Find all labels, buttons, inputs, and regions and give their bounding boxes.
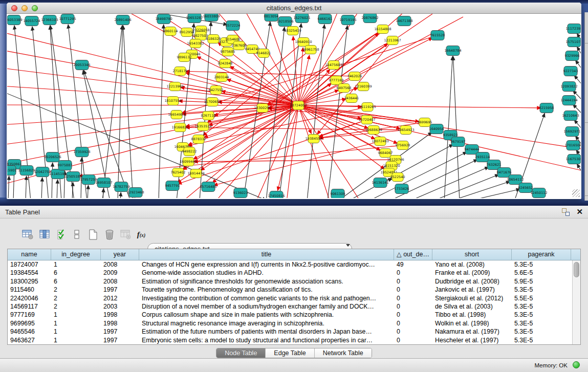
network-node-teal[interactable]: 15751074 — [565, 37, 581, 47]
network-node-yellow[interactable]: 16543382 — [187, 39, 204, 48]
citation-edge-red[interactable] — [194, 160, 396, 162]
citation-edge-red[interactable] — [298, 105, 541, 108]
network-node-yellow[interactable]: 9756928 — [396, 141, 410, 150]
citation-edge-black[interactable] — [88, 185, 88, 198]
network-node-yellow[interactable]: 2436441 — [344, 94, 359, 103]
network-node-yellow[interactable]: 8427552 — [209, 86, 224, 95]
table-row[interactable]: 946362711997Embryonic stem cells: a mode… — [8, 336, 580, 344]
network-node-teal[interactable]: 16648784 — [444, 46, 461, 56]
citation-edge-black[interactable] — [432, 174, 499, 198]
network-node-yellow[interactable]: 2367608 — [232, 41, 247, 50]
table-row[interactable]: 1456911722003Disruption of a novel membe… — [8, 302, 580, 311]
network-node-yellow[interactable]: 8860114 — [163, 27, 178, 36]
network-node-yellow[interactable]: 7462026 — [347, 72, 362, 81]
window-titlebar[interactable]: citations_edges.txt — [7, 3, 581, 14]
network-node-teal[interactable]: 16210643 — [562, 111, 579, 121]
network-node-teal[interactable]: 1733426 — [395, 184, 409, 194]
citation-edge-black[interactable] — [72, 182, 73, 198]
table-settings-icon[interactable] — [20, 228, 35, 241]
network-node-yellow[interactable]: 9146821 — [256, 49, 271, 58]
column-header-pagerank[interactable]: pagerank — [512, 249, 571, 260]
column-header-short[interactable]: short — [432, 249, 512, 260]
network-node-yellow[interactable]: 9242848 — [218, 59, 233, 68]
network-node-teal[interactable]: 20876862 — [361, 14, 378, 23]
network-node-yellow[interactable]: 9777169 — [329, 76, 344, 85]
network-node-teal[interactable]: 9679197 — [451, 137, 466, 147]
citation-edge-black[interactable] — [57, 180, 58, 198]
tab-edge-table[interactable]: Edge Table — [266, 348, 314, 358]
citation-edge-black[interactable] — [120, 192, 121, 198]
network-canvas[interactable]: 1872400716053389140557241236610310771295… — [7, 14, 581, 198]
panel-split-icon[interactable] — [70, 228, 84, 241]
citation-edge-red[interactable] — [298, 14, 432, 105]
network-node-teal[interactable]: 12505185 — [64, 172, 81, 182]
network-node-yellow[interactable]: 8912954 — [180, 28, 194, 37]
citation-edge-black[interactable] — [577, 164, 581, 173]
network-node-teal[interactable]: 11172392 — [565, 24, 581, 34]
network-node-yellow[interactable]: 11700654 — [204, 98, 221, 106]
network-node-teal[interactable]: 17450816 — [268, 191, 285, 199]
citation-edge-black[interactable] — [52, 163, 53, 198]
citation-edge-red[interactable] — [268, 40, 393, 105]
network-node-teal[interactable]: 17359928 — [73, 147, 90, 157]
table-row[interactable]: 1938455462009Genome-wide association stu… — [8, 269, 580, 277]
network-node-yellow[interactable]: 8878332 — [191, 135, 206, 144]
network-node-teal[interactable]: 17957259 — [80, 175, 97, 185]
network-node-teal[interactable]: 3915901 — [7, 166, 16, 176]
close-panel-icon[interactable]: ✕ — [576, 207, 583, 216]
network-node-teal[interactable]: 14136141 — [372, 178, 388, 188]
network-node-teal[interactable]: 20206526 — [44, 152, 61, 162]
network-node-yellow[interactable]: 16154808 — [374, 25, 391, 34]
network-node-yellow[interactable]: 8267110 — [201, 112, 216, 120]
citation-edge-red[interactable] — [186, 71, 355, 76]
citation-edge-black[interactable] — [8, 176, 9, 198]
network-node-yellow[interactable]: 2803144 — [214, 73, 229, 82]
citation-edge-red[interactable] — [7, 67, 298, 105]
network-node-yellow[interactable]: 16914479 — [187, 169, 204, 178]
network-node-teal[interactable]: 14055724 — [23, 16, 40, 26]
scrollbar-thumb[interactable] — [574, 262, 579, 277]
network-node-yellow[interactable]: 2522540 — [390, 173, 405, 182]
network-node-teal[interactable]: 15716485 — [200, 182, 216, 192]
network-node-teal[interactable]: 15692971 — [563, 127, 580, 137]
network-node-yellow[interactable]: 10688639 — [365, 126, 382, 135]
column-header-in-degree[interactable]: in_degree — [51, 249, 101, 260]
network-node-teal[interactable]: 12366103 — [41, 15, 58, 25]
network-node-yellow[interactable]: 9896132 — [177, 53, 192, 62]
row-checks-icon[interactable] — [55, 228, 69, 241]
network-node-yellow[interactable]: 18325419 — [284, 27, 301, 35]
network-node-teal[interactable]: 16958107 — [95, 178, 112, 188]
network-node-teal[interactable]: 20053346 — [73, 60, 90, 70]
network-node-teal[interactable]: 9975887 — [58, 161, 73, 170]
table-row[interactable]: 946554611997Estimation of the future num… — [8, 327, 580, 336]
citation-edge-black[interactable] — [409, 167, 489, 198]
citation-edge-red[interactable] — [298, 105, 581, 170]
citation-edge-black[interactable] — [26, 176, 27, 198]
network-node-teal[interactable]: 8572224 — [226, 21, 241, 31]
citation-edge-red[interactable] — [278, 105, 298, 190]
network-node-yellow[interactable]: 12160399 — [355, 82, 372, 91]
network-node-yellow[interactable]: 6497568 — [337, 84, 352, 93]
network-node-teal[interactable]: 15276021 — [293, 14, 310, 23]
column-header-name[interactable]: name — [8, 249, 51, 260]
network-node-teal[interactable]: 9457791 — [165, 181, 180, 191]
network-node-yellow[interactable]: 9498222 — [182, 147, 197, 156]
network-node-teal[interactable]: 8215958 — [539, 103, 554, 113]
tab-node-table[interactable]: Node Table — [216, 348, 266, 358]
network-node-yellow[interactable]: 16119265 — [359, 103, 376, 112]
new-file-icon[interactable] — [86, 228, 100, 241]
network-node-yellow[interactable]: 16654983 — [168, 111, 185, 119]
network-node-yellow[interactable]: 2718179 — [173, 67, 188, 76]
citation-edge-red[interactable] — [7, 49, 298, 105]
network-node-yellow[interactable]: 13654923 — [397, 126, 414, 135]
citation-edge-red[interactable] — [79, 145, 403, 176]
column-header-year[interactable]: year — [101, 249, 139, 260]
network-node-teal[interactable]: 11145190 — [49, 169, 66, 179]
select-columns-icon[interactable] — [38, 228, 52, 241]
network-node-teal[interactable]: 10771295 — [59, 14, 76, 24]
network-node-teal[interactable]: 19218506 — [276, 17, 293, 27]
network-node-yellow[interactable]: 16961758 — [302, 46, 319, 54]
network-node-teal[interactable]: 11675309 — [565, 155, 581, 164]
citation-edge-red[interactable] — [186, 73, 298, 105]
table-row[interactable]: 977716911998Corpus callosum shape and si… — [8, 311, 580, 319]
